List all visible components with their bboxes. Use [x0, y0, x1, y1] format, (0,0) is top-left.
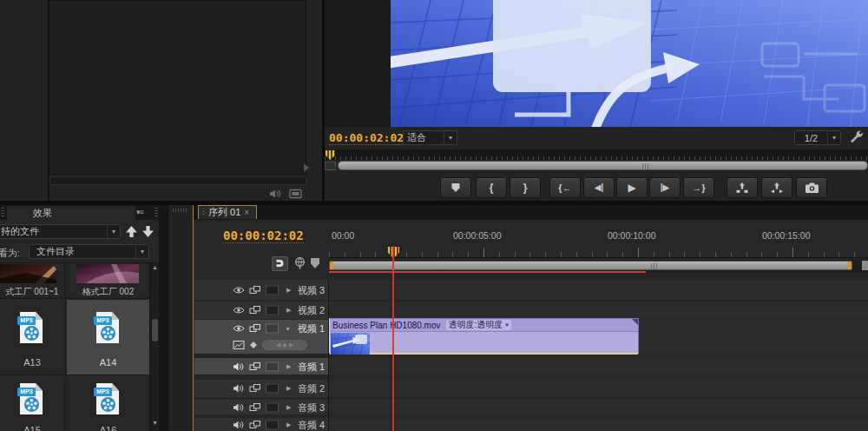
track-lock-toggle[interactable]	[266, 285, 279, 295]
zoom-level-dropdown[interactable]: 适合 ▾	[403, 130, 457, 145]
track-name[interactable]: 音频 3	[298, 401, 325, 414]
panel-grip[interactable]	[173, 209, 188, 212]
lane-audio-1[interactable]	[329, 358, 868, 375]
track-name[interactable]: 视频 2	[298, 304, 325, 317]
play-button[interactable]: ▶	[616, 177, 648, 198]
list-item-clip1[interactable]: 式工厂 001~1	[0, 263, 66, 299]
collapse-triangle-icon[interactable]: ▶	[286, 404, 291, 411]
track-name[interactable]: 音频 4	[298, 418, 325, 431]
toggle-track-output-icon[interactable]	[233, 306, 245, 315]
export-frame-button[interactable]	[796, 177, 827, 198]
sync-lock-icon[interactable]	[249, 324, 261, 334]
scroll-left-box[interactable]	[325, 162, 336, 170]
panel-menu-icon[interactable]: ▾≡	[136, 208, 143, 216]
scrollbar-thumb[interactable]	[152, 319, 158, 341]
track-name[interactable]: 视频 3	[298, 283, 325, 296]
timeline-playhead-line[interactable]	[392, 246, 394, 431]
tab-effects[interactable]: 效果	[7, 206, 135, 220]
horizontal-scrollbar[interactable]	[49, 176, 306, 185]
scroll-down-icon[interactable]: ▼	[152, 420, 158, 426]
lift-button[interactable]	[727, 177, 758, 198]
navigate-up-icon[interactable]	[125, 225, 138, 242]
panel-grip[interactable]	[155, 208, 158, 217]
list-item-a15[interactable]: MP3 A15	[0, 376, 66, 431]
track-lock-toggle[interactable]	[266, 402, 279, 412]
collapse-triangle-icon[interactable]: ▶	[286, 307, 291, 314]
speaker-icon[interactable]	[233, 420, 244, 429]
lane-audio-3[interactable]	[329, 400, 868, 414]
snap-toggle-button[interactable]	[272, 256, 288, 271]
view-as-dropdown[interactable]: 文件目录 ▾	[29, 244, 149, 259]
track-name[interactable]: 音频 1	[298, 360, 325, 373]
list-item-a13[interactable]: MP3 A13	[0, 300, 66, 375]
navigate-down-icon[interactable]	[141, 225, 155, 242]
lane-audio-2[interactable]	[329, 380, 868, 397]
sync-lock-icon[interactable]	[249, 384, 261, 394]
add-keyframe-icon[interactable]: ◆	[282, 341, 286, 348]
sync-lock-icon[interactable]	[249, 361, 261, 371]
track-lock-toggle[interactable]	[266, 361, 279, 371]
go-to-in-point-button[interactable]: {←	[549, 177, 581, 198]
work-area-start-handle[interactable]	[330, 262, 333, 269]
encore-chapter-marker-icon[interactable]	[293, 256, 306, 274]
lane-video-2[interactable]	[329, 302, 868, 319]
step-back-button[interactable]: ◀|	[583, 177, 615, 198]
tab-sequence-01[interactable]: 序列 01 ×	[198, 205, 257, 219]
set-display-style-icon[interactable]	[233, 340, 245, 350]
list-item-a16[interactable]: MP3 A16	[67, 376, 149, 431]
track-lock-toggle[interactable]	[266, 306, 279, 315]
sync-lock-icon[interactable]	[249, 306, 261, 315]
expand-triangle-icon[interactable]: ▼	[285, 326, 291, 332]
work-area-end-handle[interactable]	[848, 262, 852, 269]
program-timecode[interactable]: 00:00:02:02	[329, 131, 404, 145]
step-forward-button[interactable]: |▶	[649, 177, 681, 198]
wrench-settings-icon[interactable]	[849, 129, 864, 148]
sync-lock-icon[interactable]	[249, 402, 261, 412]
playback-resolution-dropdown[interactable]: 1/2 ▾	[794, 130, 841, 145]
sync-lock-icon[interactable]	[249, 420, 261, 429]
mark-out-button[interactable]: }	[510, 177, 541, 198]
next-keyframe-icon[interactable]: ▶	[289, 341, 293, 348]
media-scrollbar[interactable]: ▲ ▼	[149, 263, 159, 431]
keyframe-nav-pill[interactable]: ◀ ◆ ▶	[262, 340, 307, 350]
track-lock-toggle[interactable]	[266, 324, 279, 334]
collapse-triangle-icon[interactable]: ▶	[286, 421, 291, 428]
track-lock-toggle[interactable]	[266, 384, 279, 394]
tab-close-icon[interactable]: ×	[244, 208, 249, 217]
timeline-timecode[interactable]: 00:00:02:02	[223, 229, 304, 243]
lane-video-3[interactable]	[329, 280, 868, 300]
collapse-triangle-icon[interactable]: ▶	[286, 287, 291, 294]
collapse-triangle-icon[interactable]: ▶	[286, 385, 291, 392]
set-marker-icon[interactable]	[311, 258, 319, 269]
speaker-icon[interactable]	[233, 361, 244, 371]
timeline-video-clip[interactable]: Business Plan HD1080.mov 透明度:透明度 ▾	[329, 318, 639, 354]
extract-button[interactable]	[761, 177, 792, 198]
lane-audio-4[interactable]	[329, 418, 868, 431]
track-header-video-2: ▶ 视频 2	[194, 302, 329, 319]
program-zoom-scrollbar[interactable]	[338, 161, 868, 170]
list-item-a14-selected[interactable]: MP3 A14	[67, 300, 149, 375]
show-keyframes-icon[interactable]	[249, 341, 258, 349]
go-to-out-point-button[interactable]: →}	[683, 177, 714, 198]
mark-in-button[interactable]: {	[476, 177, 507, 198]
file-type-filter-dropdown[interactable]: 持的文件 ▾	[0, 224, 121, 239]
panel-grip[interactable]	[1, 208, 4, 217]
speaker-icon[interactable]	[233, 384, 244, 394]
work-area-grip[interactable]	[651, 263, 657, 269]
prev-keyframe-icon[interactable]: ◀	[276, 341, 280, 348]
opacity-rubber-band[interactable]	[330, 353, 638, 355]
add-marker-button[interactable]	[440, 177, 471, 198]
work-area-bar[interactable]	[329, 261, 852, 270]
toggle-track-output-icon[interactable]	[233, 286, 245, 295]
list-item-clip2[interactable]: 格式工厂 002	[67, 263, 149, 299]
program-mini-ruler[interactable]	[325, 149, 868, 160]
clip-effect-dropdown[interactable]: 透明度:透明度 ▾	[446, 320, 511, 330]
sync-lock-icon[interactable]	[249, 285, 261, 295]
collapse-triangle-icon[interactable]: ▶	[286, 363, 291, 370]
scroll-up-icon[interactable]: ▲	[152, 264, 158, 270]
track-name[interactable]: 音频 2	[298, 382, 325, 395]
toggle-track-output-icon[interactable]	[233, 324, 245, 333]
speaker-icon[interactable]	[233, 402, 244, 412]
track-name[interactable]: 视频 1	[298, 322, 325, 335]
track-lock-toggle[interactable]	[266, 420, 279, 429]
